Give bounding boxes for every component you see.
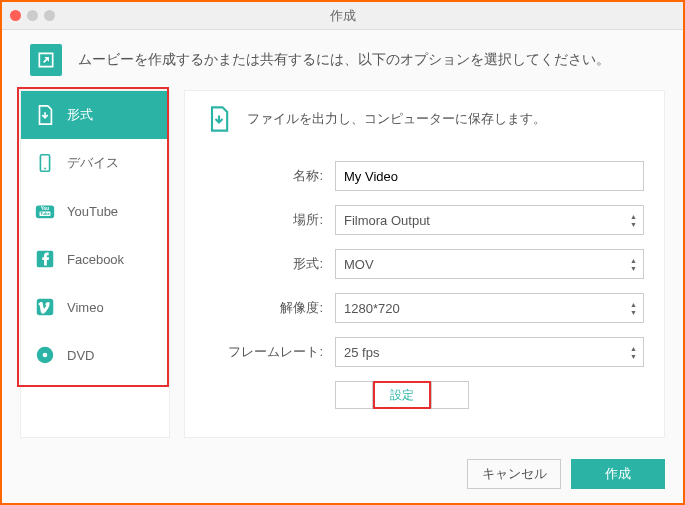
- sidebar-item-label: YouTube: [67, 204, 118, 219]
- chevron-updown-icon: [630, 213, 637, 228]
- location-label: 場所:: [205, 211, 335, 229]
- sidebar-item-device[interactable]: デバイス: [21, 139, 169, 187]
- youtube-icon: YouTube: [33, 199, 57, 223]
- sidebar-item-label: DVD: [67, 348, 94, 363]
- settings-spacer-right: [431, 381, 469, 409]
- file-download-icon: [205, 105, 233, 133]
- main-header-text: ファイルを出力し、コンピューターに保存します。: [247, 110, 546, 128]
- sidebar-item-label: Vimeo: [67, 300, 104, 315]
- sidebar-item-label: 形式: [67, 106, 93, 124]
- header-text: ムービーを作成するかまたは共有するには、以下のオプションを選択してください。: [78, 51, 610, 69]
- footer: キャンセル 作成: [467, 459, 665, 489]
- sidebar-item-format[interactable]: 形式: [21, 91, 169, 139]
- device-icon: [33, 151, 57, 175]
- file-icon: [33, 103, 57, 127]
- name-label: 名称:: [205, 167, 335, 185]
- dvd-icon: [33, 343, 57, 367]
- create-button[interactable]: 作成: [571, 459, 665, 489]
- facebook-icon: [33, 247, 57, 271]
- location-select[interactable]: Filmora Output: [335, 205, 644, 235]
- format-label: 形式:: [205, 255, 335, 273]
- chevron-updown-icon: [630, 345, 637, 360]
- sidebar-item-dvd[interactable]: DVD: [21, 331, 169, 379]
- vimeo-icon: [33, 295, 57, 319]
- sidebar-item-facebook[interactable]: Facebook: [21, 235, 169, 283]
- framerate-select[interactable]: 25 fps: [335, 337, 644, 367]
- name-input[interactable]: [335, 161, 644, 191]
- cancel-button[interactable]: キャンセル: [467, 459, 561, 489]
- export-dialog: 作成 ムービーを作成するかまたは共有するには、以下のオプションを選択してください…: [0, 0, 685, 505]
- svg-text:Tube: Tube: [40, 211, 50, 216]
- framerate-label: フレームレート:: [205, 343, 335, 361]
- export-icon: [30, 44, 62, 76]
- resolution-label: 解像度:: [205, 299, 335, 317]
- sidebar-item-youtube[interactable]: YouTube YouTube: [21, 187, 169, 235]
- sidebar-item-vimeo[interactable]: Vimeo: [21, 283, 169, 331]
- settings-button[interactable]: 設定: [373, 381, 431, 409]
- svg-rect-7: [37, 299, 54, 316]
- main-header: ファイルを出力し、コンピューターに保存します。: [205, 105, 644, 133]
- chevron-updown-icon: [630, 301, 637, 316]
- sidebar-item-label: Facebook: [67, 252, 124, 267]
- resolution-select[interactable]: 1280*720: [335, 293, 644, 323]
- sidebar: 形式 デバイス YouTube YouTube Facebook Vimeo D…: [20, 90, 170, 438]
- sidebar-item-label: デバイス: [67, 154, 119, 172]
- settings-spacer-left: [335, 381, 373, 409]
- dialog-header: ムービーを作成するかまたは共有するには、以下のオプションを選択してください。: [2, 30, 683, 90]
- svg-point-1: [44, 168, 46, 170]
- format-select[interactable]: MOV: [335, 249, 644, 279]
- window-title: 作成: [2, 7, 683, 25]
- svg-point-9: [43, 353, 48, 358]
- chevron-updown-icon: [630, 257, 637, 272]
- titlebar: 作成: [2, 2, 683, 30]
- main-panel: ファイルを出力し、コンピューターに保存します。 名称: 場所: Filmora …: [184, 90, 665, 438]
